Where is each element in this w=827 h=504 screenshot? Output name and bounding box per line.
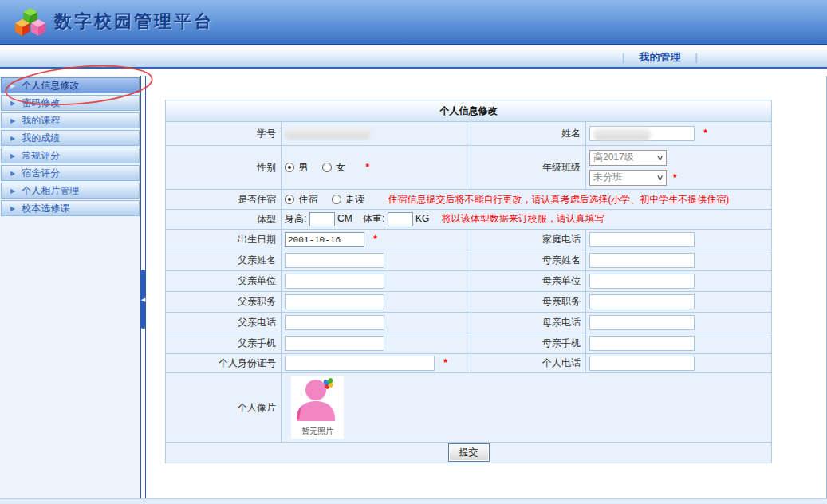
class-select[interactable]: 未分班 ∨ — [589, 170, 667, 186]
sidebar-item-electives[interactable]: ▶ 校本选修课 — [1, 200, 140, 216]
father-phone-label: 父亲电话 — [166, 313, 282, 333]
photo-caption: 暂无照片 — [294, 426, 341, 437]
photo-placeholder: 暂无照片 — [291, 376, 344, 439]
boarding-no-option[interactable]: 走读 — [345, 194, 364, 205]
required-marker: * — [673, 172, 677, 183]
mother-work-input[interactable] — [589, 274, 695, 289]
class-select-value: 未分班 — [593, 171, 622, 184]
height-input[interactable] — [309, 212, 335, 226]
sidebar-item-label: 个人相片管理 — [22, 184, 79, 198]
triangle-bullet-icon: ▶ — [10, 100, 15, 107]
personal-phone-input[interactable] — [589, 356, 695, 371]
sidebar-item-personal-info[interactable]: ▶ 个人信息修改 — [1, 77, 140, 93]
father-phone-input[interactable] — [285, 315, 384, 330]
gender-female-radio[interactable] — [322, 163, 332, 172]
chevron-down-icon: ∨ — [656, 173, 664, 182]
father-work-label: 父亲单位 — [166, 271, 282, 292]
gender-male-option[interactable]: 男 — [298, 162, 308, 173]
top-menubar: | 我的管理 | — [0, 47, 827, 69]
father-mobile-input[interactable] — [285, 336, 384, 351]
photo-label: 个人像片 — [166, 373, 282, 443]
mother-phone-input[interactable] — [589, 315, 695, 330]
grade-select[interactable]: 高2017级 ∨ — [589, 150, 667, 166]
mother-work-label: 母亲单位 — [471, 271, 586, 292]
mother-title-input[interactable] — [589, 294, 695, 309]
name-input[interactable] — [589, 126, 695, 141]
boarding-yes-radio[interactable] — [285, 195, 294, 204]
height-label: 身高: — [285, 213, 306, 224]
required-marker: * — [373, 234, 377, 245]
grade-class-label: 年级班级 — [471, 146, 586, 190]
mother-phone-label: 母亲电话 — [471, 313, 586, 333]
collapse-left-arrow-icon: ◀ — [141, 297, 145, 302]
mother-mobile-label: 母亲手机 — [471, 333, 586, 354]
cubes-logo-icon — [13, 6, 48, 41]
gender-male-radio[interactable] — [285, 163, 294, 172]
triangle-bullet-icon: ▶ — [10, 82, 15, 89]
sidebar-nav: ▶ 个人信息修改 ▶ 密码修改 ▶ 我的课程 ▶ 我的成绩 ▶ 常规评分 ▶ 宿… — [0, 76, 140, 498]
mother-name-input[interactable] — [589, 253, 695, 268]
father-name-input[interactable] — [285, 253, 384, 268]
sidebar-item-label: 个人信息修改 — [22, 79, 79, 93]
pink-avatar-icon — [294, 378, 341, 423]
gender-female-option[interactable]: 女 — [336, 162, 345, 173]
sidebar-item-photo-management[interactable]: ▶ 个人相片管理 — [1, 183, 140, 199]
birth-date-label: 出生日期 — [166, 230, 282, 250]
boarding-note: 住宿信息提交后将不能自行更改，请认真考虑后选择(小学、初中学生不提供住宿) — [388, 194, 729, 205]
weight-unit: KG — [415, 213, 429, 224]
triangle-bullet-icon: ▶ — [10, 117, 15, 124]
menu-item-my-management[interactable]: 我的管理 — [639, 50, 680, 65]
id-number-input[interactable] — [285, 356, 435, 371]
mother-title-label: 母亲职务 — [471, 292, 586, 313]
menu-separator: | — [608, 51, 639, 63]
sidebar-item-regular-rating[interactable]: ▶ 常规评分 — [1, 148, 140, 163]
boarding-no-radio[interactable] — [332, 195, 341, 204]
boarding-label: 是否住宿 — [166, 190, 282, 210]
body-type-note: 将以该体型数据来订校服，请认真填写 — [442, 213, 604, 224]
id-number-label: 个人身份证号 — [166, 354, 282, 373]
father-name-label: 父亲姓名 — [166, 250, 282, 271]
triangle-bullet-icon: ▶ — [10, 187, 15, 195]
main-content: 个人信息修改 学号 姓名 * 性别 男 — [146, 76, 827, 498]
app-title: 数字校园管理平台 — [54, 10, 214, 33]
sidebar-item-label: 我的成绩 — [22, 132, 60, 145]
sidebar-collapse-handle[interactable]: ◀ — [140, 270, 146, 329]
menu-separator: | — [680, 51, 711, 63]
required-marker: * — [443, 357, 447, 368]
birth-date-input[interactable] — [285, 232, 364, 247]
sidebar-item-my-courses[interactable]: ▶ 我的课程 — [1, 112, 140, 128]
personal-phone-label: 个人电话 — [471, 354, 586, 373]
body-type-label: 体型 — [166, 210, 282, 230]
sidebar-item-label: 密码修改 — [22, 96, 60, 110]
sidebar-item-my-grades[interactable]: ▶ 我的成绩 — [1, 130, 140, 146]
father-title-input[interactable] — [285, 294, 384, 309]
triangle-bullet-icon: ▶ — [10, 170, 15, 177]
required-marker: * — [365, 162, 369, 173]
submit-button[interactable]: 提交 — [448, 443, 490, 462]
sidebar-item-label: 宿舍评分 — [22, 167, 60, 180]
student-id-redacted-value — [285, 128, 371, 140]
mother-name-label: 母亲姓名 — [471, 250, 586, 271]
name-label: 姓名 — [471, 122, 586, 146]
sidebar-item-label: 我的课程 — [22, 114, 60, 128]
weight-input[interactable] — [388, 212, 413, 226]
student-id-label: 学号 — [166, 122, 282, 146]
sidebar-item-label: 校本选修课 — [22, 202, 69, 215]
sidebar-item-dorm-rating[interactable]: ▶ 宿舍评分 — [1, 165, 140, 181]
app-header: 数字校园管理平台 — [0, 0, 827, 45]
personal-info-form: 个人信息修改 学号 姓名 * 性别 男 — [165, 100, 772, 463]
page: 数字校园管理平台 | 我的管理 | ▶ 个人信息修改 ▶ 密码修改 ▶ 我的课程… — [0, 0, 827, 504]
mother-mobile-input[interactable] — [589, 336, 695, 351]
grade-select-value: 高2017级 — [593, 151, 634, 164]
father-work-input[interactable] — [285, 274, 384, 289]
sidebar-item-password[interactable]: ▶ 密码修改 — [1, 95, 140, 111]
boarding-yes-option[interactable]: 住宿 — [298, 194, 317, 205]
father-mobile-label: 父亲手机 — [166, 333, 282, 354]
father-title-label: 父亲职务 — [166, 292, 282, 313]
home-phone-input[interactable] — [589, 232, 695, 247]
triangle-bullet-icon: ▶ — [10, 152, 15, 159]
chevron-down-icon: ∨ — [656, 153, 664, 162]
home-phone-label: 家庭电话 — [471, 230, 586, 250]
triangle-bullet-icon: ▶ — [10, 205, 15, 212]
bottom-strip — [0, 498, 827, 504]
